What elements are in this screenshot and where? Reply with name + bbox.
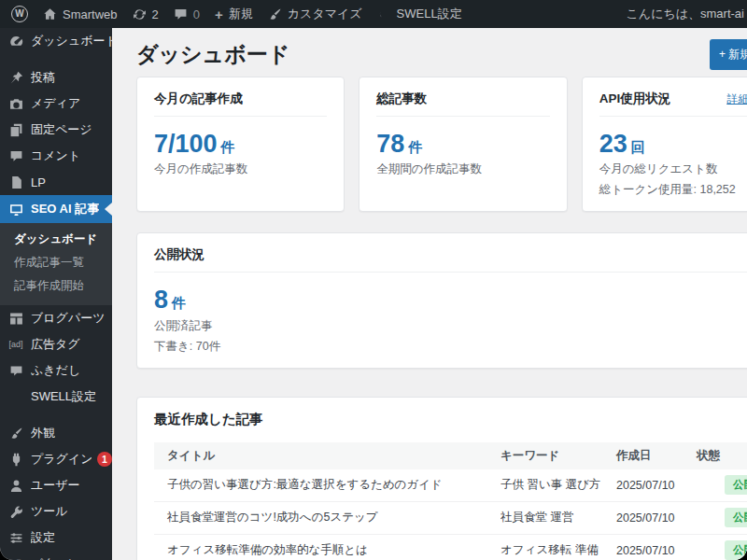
sidebar-item-fukidashi[interactable]: ふきだし: [0, 357, 112, 384]
sidebar-item-plugins[interactable]: プラグイン1: [0, 446, 112, 472]
table-header: タイトルキーワード作成日状態: [154, 442, 747, 469]
page-title: ダッシュボード: [136, 40, 289, 69]
sidebar-item-posts[interactable]: 投稿: [0, 64, 112, 91]
admin-bar-item-label: カスタマイズ: [288, 6, 362, 22]
stat-caption: 公開済記事: [154, 318, 747, 334]
sidebar-item-blog-parts[interactable]: ブログパーツ: [0, 305, 112, 331]
pages-icon: [8, 123, 23, 137]
admin-sidebar: ダッシュボード投稿メディア固定ページコメントLPSEO AI 記事ダッシュボード…: [0, 28, 112, 560]
sidebar-item-ad-tag[interactable]: [ad]広告タグ: [0, 331, 112, 357]
card-api-usage: API使用状況 詳細ログ 23回 今月の総リクエスト数 総トークン使用量: 18…: [582, 77, 747, 212]
admin-bar-item-count: 2: [152, 7, 159, 21]
admin-bar-item-label: Smartweb: [63, 7, 118, 21]
sidebar-item-comments[interactable]: コメント: [0, 143, 112, 169]
updates-icon: [133, 7, 147, 21]
sidebar-item-swell-settings[interactable]: SWELL設定: [0, 384, 112, 410]
comments-icon: [174, 7, 188, 21]
detail-log-link[interactable]: 詳細ログ: [726, 91, 747, 107]
article-status-cell: 公開: [697, 540, 747, 560]
sidebar-item-tools[interactable]: ツール: [0, 498, 112, 525]
stat-line: 7/100件: [154, 129, 327, 159]
stat-value: 8: [154, 286, 168, 314]
admin-bar-item-plus[interactable]: +新規: [207, 0, 261, 28]
sidebar-item-label: ブログパーツ: [31, 310, 106, 327]
admin-bar-item-comments[interactable]: 0: [166, 0, 207, 28]
post-icon: [8, 71, 23, 85]
sidebar-item-label: ユーザー: [31, 477, 80, 494]
wordpress-logo: W: [11, 6, 28, 22]
sidebar-item-label: SEO AI 記事: [31, 201, 99, 217]
article-keyword-cell: 子供 習い事 選び方: [500, 477, 616, 493]
column-header-3: 状態: [697, 448, 747, 464]
card-recent-articles: 最近作成した記事 タイトルキーワード作成日状態 子供の習い事選び方:最適な選択を…: [136, 397, 747, 560]
admin-bar-item-updates[interactable]: 2: [125, 0, 166, 28]
article-title-cell: 子供の習い事選び方:最適な選択をするためのガイド: [154, 477, 500, 493]
admin-bar-item-swell[interactable]: SWELL設定: [370, 0, 470, 28]
sidebar-item-label: 外観: [31, 425, 55, 441]
sidebar-item-label: 投稿: [31, 69, 55, 86]
sidebar-item-seo-ai[interactable]: SEO AI 記事: [0, 195, 112, 223]
sidebar-item-appearance[interactable]: 外観: [0, 420, 112, 446]
recent-articles-title: 最近作成した記事: [154, 411, 747, 428]
table-row[interactable]: 子供の習い事選び方:最適な選択をするためのガイド子供 習い事 選び方2025/0…: [154, 469, 747, 502]
card-head: 今月の記事作成: [154, 91, 327, 117]
admin-bar-item-home[interactable]: Smartweb: [35, 0, 125, 28]
main-content: ダッシュボード + 新規 今月の記事作成 7/100件 今月の作成記事数 総記事…: [112, 28, 747, 560]
sidebar-item-label: コメント: [31, 147, 80, 164]
admin-bar-item-wordpress-logo[interactable]: W: [4, 0, 35, 28]
sidebar-item-label: ダッシュボード: [31, 33, 112, 49]
admin-bar-items: WSmartweb20+新規カスタマイズSWELL設定: [4, 0, 470, 28]
sidebar-item-label: LP: [31, 175, 46, 189]
admin-bar-greeting[interactable]: こんにちは、smart-ai: [627, 6, 747, 22]
column-header-1: キーワード: [500, 448, 616, 464]
sidebar-item-pages[interactable]: 固定ページ: [0, 117, 112, 143]
settings-icon: [8, 531, 23, 545]
card-total-articles: 総記事数 78件 全期間の作成記事数: [359, 77, 567, 212]
stat-sub: 下書き: 70件: [154, 339, 747, 355]
sidebar-item-media[interactable]: メディア: [0, 91, 112, 117]
admin-bar-item-label: 新規: [229, 6, 253, 22]
new-post-button[interactable]: + 新規: [710, 39, 747, 70]
stat-value: 23: [599, 130, 627, 158]
tools-icon: [8, 505, 23, 519]
appearance-icon: [8, 427, 23, 441]
status-badge: 公開: [725, 540, 747, 560]
stat-caption: 今月の作成記事数: [154, 161, 327, 177]
sidebar-item-users[interactable]: ユーザー: [0, 472, 112, 498]
swell-icon: [377, 7, 391, 21]
sidebar-submenu: ダッシュボード作成記事一覧記事作成開始: [0, 223, 112, 305]
sidebar-item-lp[interactable]: LP: [0, 169, 112, 195]
table-row[interactable]: オフィス移転準備の効率的な手順とはオフィス移転 準備2025/07/10公開: [154, 535, 747, 560]
sidebar-subitem-2[interactable]: 記事作成開始: [0, 274, 112, 298]
table-row[interactable]: 社員食堂運営のコツ!成功への5ステップ社員食堂 運営2025/07/10公開: [154, 502, 747, 535]
sidebar-item-label: パターン: [31, 555, 80, 560]
sidebar-item-label: ツール: [31, 503, 68, 520]
card-title: 公開状況: [154, 246, 204, 263]
plus-icon: +: [215, 7, 223, 21]
sidebar-subitem-1[interactable]: 作成記事一覧: [0, 251, 112, 274]
admin-bar-item-label: SWELL設定: [397, 6, 462, 22]
sidebar-item-settings[interactable]: 設定: [0, 525, 112, 551]
stats-cards-row: 今月の記事作成 7/100件 今月の作成記事数 総記事数 78件 全期間の作成記…: [136, 77, 747, 212]
article-date-cell: 2025/07/10: [616, 544, 697, 557]
sidebar-item-label: プラグイン: [31, 451, 92, 468]
card-title: 総記事数: [376, 91, 427, 107]
home-icon: [43, 7, 57, 21]
column-header-2: 作成日: [616, 448, 697, 464]
article-date-cell: 2025/07/10: [616, 511, 697, 525]
plugin-icon: [8, 453, 23, 467]
article-date-cell: 2025/07/10: [616, 479, 697, 492]
stat-value: 7/100: [154, 130, 218, 158]
admin-bar-item-customize[interactable]: カスタマイズ: [261, 0, 370, 28]
users-icon: [8, 479, 23, 493]
article-status-cell: 公開: [697, 475, 747, 495]
sidebar-item-patterns[interactable]: ↺パターン: [0, 551, 112, 560]
article-status-cell: 公開: [697, 508, 747, 527]
page-header: ダッシュボード + 新規: [136, 39, 747, 69]
sidebar-item-dashboard[interactable]: ダッシュボード: [0, 28, 112, 54]
sidebar-item-label: 広告タグ: [31, 336, 80, 353]
stat-unit: 件: [408, 139, 422, 155]
sidebar-item-label: 設定: [31, 529, 55, 546]
sidebar-subitem-0[interactable]: ダッシュボード: [0, 228, 112, 251]
stat-line: 23回: [599, 129, 747, 159]
